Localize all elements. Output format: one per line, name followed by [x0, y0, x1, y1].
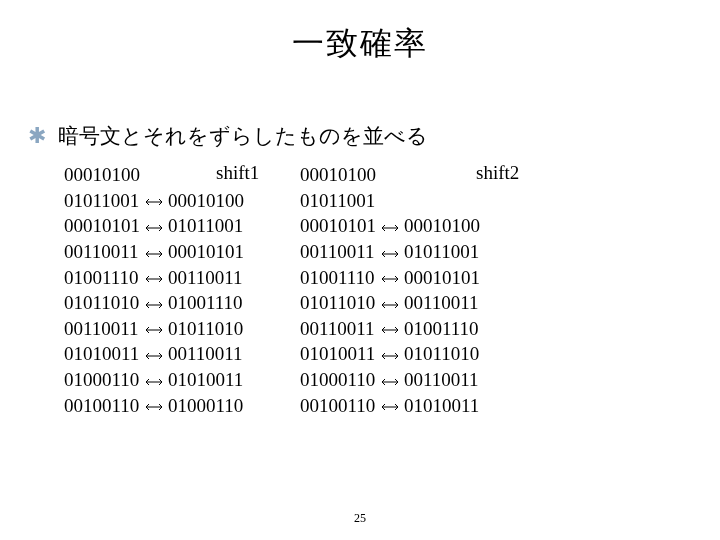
table-row: 01011001 — [300, 188, 480, 214]
table-row: 00010100 — [300, 162, 480, 188]
cell: 01011001 — [404, 239, 480, 265]
table-row: 0100011000110011 — [300, 367, 480, 393]
double-arrow-icon — [376, 239, 404, 265]
double-arrow-icon — [140, 213, 168, 239]
cell: 00110011 — [168, 341, 244, 367]
bullet-line: ✱ 暗号文とそれをずらしたものを並べる — [28, 122, 720, 150]
cell: 01011010 — [300, 290, 376, 316]
cell: 00010101 — [404, 265, 480, 291]
double-arrow-icon — [140, 265, 168, 291]
double-arrow-icon — [140, 316, 168, 342]
table-row: 0101001101011010 — [300, 341, 480, 367]
cell: 01011010 — [404, 341, 480, 367]
cell: 00010101 — [168, 239, 244, 265]
cell — [404, 162, 480, 188]
double-arrow-icon — [376, 341, 404, 367]
cell: 00110011 — [168, 265, 244, 291]
double-arrow-icon — [140, 367, 168, 393]
table-row: 0011001101001110 — [300, 316, 480, 342]
table-row: 0101101001001110 — [64, 290, 244, 316]
table-row: 0100111000110011 — [64, 265, 244, 291]
cell: 00110011 — [64, 239, 140, 265]
cell: 00010100 — [300, 162, 376, 188]
double-arrow-icon — [376, 290, 404, 316]
cell: 01010011 — [404, 393, 480, 419]
cell: 01011010 — [64, 290, 140, 316]
cell: 01010011 — [64, 341, 140, 367]
double-arrow-icon — [376, 316, 404, 342]
shift2-block: shift2 00010100 01011001 000101010001010… — [300, 162, 480, 418]
asterisk-icon: ✱ — [28, 123, 46, 149]
table-row: 0011001101011010 — [64, 316, 244, 342]
cell: 00010100 — [168, 188, 244, 214]
cell: 00100110 — [64, 393, 140, 419]
content-columns: shift1 00010100 0101100100010100 0001010… — [64, 162, 720, 418]
table-row: 0011001101011001 — [300, 239, 480, 265]
shift1-label: shift1 — [216, 162, 259, 184]
cell: 00110011 — [300, 239, 376, 265]
double-arrow-icon — [140, 393, 168, 419]
table-row: 0100011001010011 — [64, 367, 244, 393]
cell: 01001110 — [404, 316, 480, 342]
double-arrow-icon — [376, 265, 404, 291]
cell: 01011001 — [64, 188, 140, 214]
cell: 01001110 — [64, 265, 140, 291]
table-row: 0001010101011001 — [64, 213, 244, 239]
cell: 01001110 — [168, 290, 244, 316]
shift2-table: 00010100 01011001 0001010100010100 00110… — [300, 162, 480, 418]
double-arrow-icon — [140, 290, 168, 316]
cell: 01011001 — [168, 213, 244, 239]
double-arrow-icon — [140, 188, 168, 214]
table-row: 0010011001010011 — [300, 393, 480, 419]
table-row: 0100111000010101 — [300, 265, 480, 291]
cell: 00010100 — [404, 213, 480, 239]
slide-title: 一致確率 — [0, 0, 720, 66]
table-row: 0101101000110011 — [300, 290, 480, 316]
cell: 01001110 — [300, 265, 376, 291]
shift1-block: shift1 00010100 0101100100010100 0001010… — [64, 162, 244, 418]
table-row: 0001010100010100 — [300, 213, 480, 239]
double-arrow-icon — [140, 239, 168, 265]
cell: 01000110 — [168, 393, 244, 419]
cell: 00110011 — [300, 316, 376, 342]
cell: 00010100 — [64, 162, 140, 188]
double-arrow-icon — [376, 367, 404, 393]
double-arrow-icon — [376, 213, 404, 239]
cell — [404, 188, 480, 214]
shift2-label: shift2 — [476, 162, 519, 184]
double-arrow-icon — [140, 341, 168, 367]
cell: 01010011 — [168, 367, 244, 393]
cell: 00100110 — [300, 393, 376, 419]
cell: 01000110 — [300, 367, 376, 393]
table-row: 0011001100010101 — [64, 239, 244, 265]
cell: 01011010 — [168, 316, 244, 342]
cell: 00110011 — [404, 290, 480, 316]
cell: 01011001 — [300, 188, 376, 214]
page-number: 25 — [0, 511, 720, 526]
double-arrow-icon — [376, 393, 404, 419]
cell: 01010011 — [300, 341, 376, 367]
table-row: 0101100100010100 — [64, 188, 244, 214]
cell: 00010101 — [64, 213, 140, 239]
cell: 01000110 — [64, 367, 140, 393]
cell: 00010101 — [300, 213, 376, 239]
cell: 00110011 — [64, 316, 140, 342]
shift1-table: 00010100 0101100100010100 00010101010110… — [64, 162, 244, 418]
cell: 00110011 — [404, 367, 480, 393]
table-row: 0010011001000110 — [64, 393, 244, 419]
table-row: 0101001100110011 — [64, 341, 244, 367]
bullet-text: 暗号文とそれをずらしたものを並べる — [58, 122, 428, 150]
